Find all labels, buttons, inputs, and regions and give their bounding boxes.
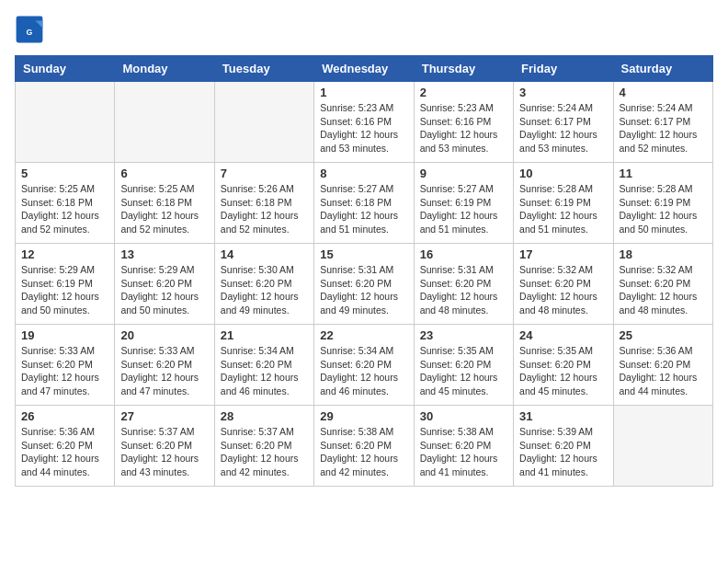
calendar-cell: 15Sunrise: 5:31 AM Sunset: 6:20 PM Dayli… xyxy=(314,244,414,325)
day-info: Sunrise: 5:31 AM Sunset: 6:20 PM Dayligh… xyxy=(320,263,407,317)
calendar-cell: 30Sunrise: 5:38 AM Sunset: 6:20 PM Dayli… xyxy=(414,406,513,487)
day-number: 2 xyxy=(420,86,507,99)
day-info: Sunrise: 5:35 AM Sunset: 6:20 PM Dayligh… xyxy=(519,344,607,398)
day-number: 18 xyxy=(620,247,707,261)
day-number: 17 xyxy=(519,247,607,261)
day-number: 13 xyxy=(120,247,208,261)
day-info: Sunrise: 5:36 AM Sunset: 6:20 PM Dayligh… xyxy=(620,344,707,398)
day-info: Sunrise: 5:24 AM Sunset: 6:17 PM Dayligh… xyxy=(620,101,707,155)
day-info: Sunrise: 5:38 AM Sunset: 6:20 PM Dayligh… xyxy=(320,425,407,479)
calendar-cell: 21Sunrise: 5:34 AM Sunset: 6:20 PM Dayli… xyxy=(214,325,313,406)
day-info: Sunrise: 5:39 AM Sunset: 6:20 PM Dayligh… xyxy=(519,425,607,479)
calendar-cell: 28Sunrise: 5:37 AM Sunset: 6:20 PM Dayli… xyxy=(214,406,313,487)
day-number: 20 xyxy=(120,328,208,342)
day-header-wednesday: Wednesday xyxy=(314,56,414,82)
day-number: 12 xyxy=(21,247,108,261)
day-info: Sunrise: 5:23 AM Sunset: 6:16 PM Dayligh… xyxy=(420,101,507,155)
calendar-cell: 4Sunrise: 5:24 AM Sunset: 6:17 PM Daylig… xyxy=(613,82,712,163)
day-number: 1 xyxy=(320,86,407,99)
calendar-cell: 1Sunrise: 5:23 AM Sunset: 6:16 PM Daylig… xyxy=(314,82,414,163)
day-info: Sunrise: 5:27 AM Sunset: 6:18 PM Dayligh… xyxy=(320,182,407,236)
day-number: 25 xyxy=(620,328,707,342)
day-header-monday: Monday xyxy=(115,56,214,82)
day-number: 5 xyxy=(21,167,108,180)
calendar-cell: 5Sunrise: 5:25 AM Sunset: 6:18 PM Daylig… xyxy=(16,163,115,244)
day-info: Sunrise: 5:33 AM Sunset: 6:20 PM Dayligh… xyxy=(21,344,108,398)
day-info: Sunrise: 5:27 AM Sunset: 6:19 PM Dayligh… xyxy=(420,182,507,236)
day-info: Sunrise: 5:29 AM Sunset: 6:20 PM Dayligh… xyxy=(120,263,208,317)
day-number: 29 xyxy=(320,409,407,423)
calendar-cell: 17Sunrise: 5:32 AM Sunset: 6:20 PM Dayli… xyxy=(514,244,613,325)
day-number: 15 xyxy=(320,247,407,261)
day-info: Sunrise: 5:31 AM Sunset: 6:20 PM Dayligh… xyxy=(420,263,507,317)
calendar-week-3: 12Sunrise: 5:29 AM Sunset: 6:19 PM Dayli… xyxy=(16,244,713,325)
calendar-cell: 29Sunrise: 5:38 AM Sunset: 6:20 PM Dayli… xyxy=(314,406,414,487)
day-info: Sunrise: 5:23 AM Sunset: 6:16 PM Dayligh… xyxy=(320,101,407,155)
day-info: Sunrise: 5:34 AM Sunset: 6:20 PM Dayligh… xyxy=(320,344,407,398)
calendar-cell: 11Sunrise: 5:28 AM Sunset: 6:19 PM Dayli… xyxy=(613,163,712,244)
day-info: Sunrise: 5:38 AM Sunset: 6:20 PM Dayligh… xyxy=(420,425,507,479)
calendar-week-4: 19Sunrise: 5:33 AM Sunset: 6:20 PM Dayli… xyxy=(16,325,713,406)
day-number: 21 xyxy=(221,328,308,342)
day-info: Sunrise: 5:34 AM Sunset: 6:20 PM Dayligh… xyxy=(221,344,308,398)
day-number: 31 xyxy=(519,409,607,423)
day-number: 6 xyxy=(120,167,208,180)
day-info: Sunrise: 5:37 AM Sunset: 6:20 PM Dayligh… xyxy=(120,425,208,479)
calendar-cell xyxy=(613,406,712,487)
day-info: Sunrise: 5:32 AM Sunset: 6:20 PM Dayligh… xyxy=(519,263,607,317)
day-header-friday: Friday xyxy=(514,56,613,82)
calendar-week-5: 26Sunrise: 5:36 AM Sunset: 6:20 PM Dayli… xyxy=(16,406,713,487)
day-number: 28 xyxy=(221,409,308,423)
day-header-thursday: Thursday xyxy=(414,56,513,82)
day-info: Sunrise: 5:26 AM Sunset: 6:18 PM Dayligh… xyxy=(221,182,308,236)
calendar-week-2: 5Sunrise: 5:25 AM Sunset: 6:18 PM Daylig… xyxy=(16,163,713,244)
logo: G xyxy=(15,15,50,44)
calendar-cell xyxy=(115,82,214,163)
calendar-cell xyxy=(214,82,313,163)
day-header-saturday: Saturday xyxy=(613,56,712,82)
calendar-cell: 20Sunrise: 5:33 AM Sunset: 6:20 PM Dayli… xyxy=(115,325,214,406)
calendar-cell: 12Sunrise: 5:29 AM Sunset: 6:19 PM Dayli… xyxy=(16,244,115,325)
page-header: G xyxy=(15,15,713,44)
day-info: Sunrise: 5:32 AM Sunset: 6:20 PM Dayligh… xyxy=(620,263,707,317)
calendar-cell: 24Sunrise: 5:35 AM Sunset: 6:20 PM Dayli… xyxy=(514,325,613,406)
day-number: 9 xyxy=(420,167,507,180)
svg-text:G: G xyxy=(27,28,33,37)
day-number: 7 xyxy=(221,167,308,180)
day-info: Sunrise: 5:28 AM Sunset: 6:19 PM Dayligh… xyxy=(620,182,707,236)
day-number: 30 xyxy=(420,409,507,423)
logo-icon: G xyxy=(15,15,44,44)
calendar-cell: 14Sunrise: 5:30 AM Sunset: 6:20 PM Dayli… xyxy=(214,244,313,325)
calendar-cell: 7Sunrise: 5:26 AM Sunset: 6:18 PM Daylig… xyxy=(214,163,313,244)
calendar-cell: 26Sunrise: 5:36 AM Sunset: 6:20 PM Dayli… xyxy=(16,406,115,487)
calendar-cell: 16Sunrise: 5:31 AM Sunset: 6:20 PM Dayli… xyxy=(414,244,513,325)
day-number: 14 xyxy=(221,247,308,261)
calendar-cell: 31Sunrise: 5:39 AM Sunset: 6:20 PM Dayli… xyxy=(514,406,613,487)
calendar-table: SundayMondayTuesdayWednesdayThursdayFrid… xyxy=(15,55,713,487)
day-info: Sunrise: 5:35 AM Sunset: 6:20 PM Dayligh… xyxy=(420,344,507,398)
calendar-cell: 23Sunrise: 5:35 AM Sunset: 6:20 PM Dayli… xyxy=(414,325,513,406)
calendar-cell: 22Sunrise: 5:34 AM Sunset: 6:20 PM Dayli… xyxy=(314,325,414,406)
day-info: Sunrise: 5:33 AM Sunset: 6:20 PM Dayligh… xyxy=(120,344,208,398)
calendar-cell: 13Sunrise: 5:29 AM Sunset: 6:20 PM Dayli… xyxy=(115,244,214,325)
calendar-week-1: 1Sunrise: 5:23 AM Sunset: 6:16 PM Daylig… xyxy=(16,82,713,163)
calendar-cell: 27Sunrise: 5:37 AM Sunset: 6:20 PM Dayli… xyxy=(115,406,214,487)
day-number: 10 xyxy=(519,167,607,180)
day-info: Sunrise: 5:25 AM Sunset: 6:18 PM Dayligh… xyxy=(120,182,208,236)
day-info: Sunrise: 5:37 AM Sunset: 6:20 PM Dayligh… xyxy=(221,425,308,479)
day-info: Sunrise: 5:28 AM Sunset: 6:19 PM Dayligh… xyxy=(519,182,607,236)
calendar-header-row: SundayMondayTuesdayWednesdayThursdayFrid… xyxy=(16,56,713,82)
calendar-cell: 2Sunrise: 5:23 AM Sunset: 6:16 PM Daylig… xyxy=(414,82,513,163)
day-header-tuesday: Tuesday xyxy=(214,56,313,82)
calendar-cell: 9Sunrise: 5:27 AM Sunset: 6:19 PM Daylig… xyxy=(414,163,513,244)
calendar-cell: 18Sunrise: 5:32 AM Sunset: 6:20 PM Dayli… xyxy=(613,244,712,325)
calendar-cell: 8Sunrise: 5:27 AM Sunset: 6:18 PM Daylig… xyxy=(314,163,414,244)
day-number: 3 xyxy=(519,86,607,99)
day-number: 26 xyxy=(21,409,108,423)
calendar-cell xyxy=(16,82,115,163)
day-number: 22 xyxy=(320,328,407,342)
day-info: Sunrise: 5:24 AM Sunset: 6:17 PM Dayligh… xyxy=(519,101,607,155)
day-number: 27 xyxy=(120,409,208,423)
calendar-cell: 25Sunrise: 5:36 AM Sunset: 6:20 PM Dayli… xyxy=(613,325,712,406)
day-number: 24 xyxy=(519,328,607,342)
